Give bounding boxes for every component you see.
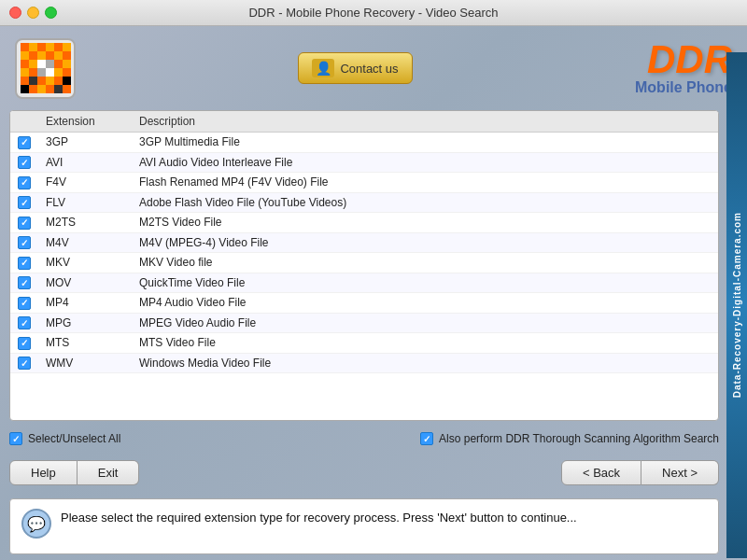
table-row: WMVWindows Media Video File	[10, 353, 718, 373]
also-perform-checkbox[interactable]	[420, 432, 433, 445]
left-buttons: Help Exit	[9, 460, 139, 485]
checker-cell	[63, 77, 71, 85]
table-row: MKVMKV Video file	[10, 253, 718, 273]
row-checkbox[interactable]	[18, 196, 31, 209]
row-checkbox[interactable]	[18, 217, 31, 230]
side-label: Data-Recovery-Digital-Camera.com	[726, 52, 747, 558]
maximize-button[interactable]	[45, 7, 57, 19]
row-checkbox[interactable]	[18, 257, 31, 270]
checker-cell	[54, 77, 63, 85]
exit-button[interactable]: Exit	[78, 460, 140, 485]
row-checkbox[interactable]	[18, 337, 31, 350]
checker-cell	[37, 51, 46, 60]
checker-cell	[63, 43, 71, 51]
app-logo	[15, 38, 76, 99]
checker-cell	[46, 60, 54, 68]
help-button[interactable]: Help	[9, 460, 78, 485]
file-table: Extension Description 3GP3GP Multimedia …	[10, 111, 718, 373]
row-checkbox[interactable]	[18, 136, 31, 149]
window-body: Data-Recovery-Digital-Camera.com 👤 Conta…	[0, 26, 747, 560]
row-description: Adobe Flash Video File (YouTube Videos)	[132, 192, 718, 213]
table-row: MTSMTS Video File	[10, 333, 718, 354]
also-perform-label[interactable]: Also perform DDR Thorough Scanning Algor…	[439, 432, 719, 445]
checker-cell	[54, 43, 63, 51]
row-checkbox-cell	[10, 133, 38, 153]
row-checkbox[interactable]	[18, 236, 31, 249]
row-checkbox[interactable]	[18, 156, 31, 169]
select-all-label[interactable]: Select/Unselect All	[28, 432, 120, 445]
row-checkbox-cell	[10, 273, 38, 293]
row-description: Windows Media Video File	[132, 353, 718, 373]
checker-cell	[54, 60, 63, 68]
checker-cell	[63, 60, 71, 68]
row-extension: 3GP	[38, 133, 132, 153]
brand-area: DDR Mobile Phone	[635, 40, 732, 96]
row-extension: MPG	[38, 313, 132, 333]
row-checkbox[interactable]	[18, 316, 31, 329]
checker-cell	[54, 51, 63, 60]
controls-row: Select/Unselect All Also perform DDR Tho…	[9, 428, 719, 449]
window-controls[interactable]	[9, 7, 57, 19]
row-checkbox[interactable]	[18, 297, 31, 310]
table-row: M2TSM2TS Video File	[10, 213, 718, 233]
table-row: FLVAdobe Flash Video File (YouTube Video…	[10, 192, 718, 213]
table-row: MP4MP4 Audio Video File	[10, 293, 718, 314]
brand-name: DDR	[635, 40, 732, 79]
row-checkbox-cell	[10, 353, 38, 373]
row-extension: MOV	[38, 273, 132, 293]
row-checkbox[interactable]	[18, 176, 31, 189]
checker-cell	[29, 43, 37, 51]
checker-cell	[46, 43, 54, 51]
checker-cell	[37, 85, 46, 93]
row-checkbox-cell	[10, 213, 38, 233]
row-extension: M4V	[38, 232, 132, 253]
checker-cell	[29, 51, 37, 60]
back-button[interactable]: < Back	[561, 460, 641, 485]
checker-cell	[63, 51, 71, 60]
contact-button[interactable]: 👤 Contact us	[298, 52, 412, 84]
file-table-container: Extension Description 3GP3GP Multimedia …	[9, 110, 719, 421]
close-button[interactable]	[9, 7, 21, 19]
minimize-button[interactable]	[27, 7, 39, 19]
row-checkbox-cell	[10, 173, 38, 193]
checker-cell	[46, 77, 54, 85]
row-extension: WMV	[38, 353, 132, 373]
row-description: AVI Audio Video Interleave File	[132, 152, 718, 173]
message-text: Please select the required extension typ…	[61, 509, 577, 527]
row-description: 3GP Multimedia File	[132, 133, 718, 153]
row-extension: AVI	[38, 152, 132, 173]
checker-cell	[37, 43, 46, 51]
side-label-text: Data-Recovery-Digital-Camera.com	[732, 212, 742, 398]
row-extension: F4V	[38, 173, 132, 193]
next-button[interactable]: Next >	[641, 460, 719, 485]
row-extension: MP4	[38, 293, 132, 314]
select-all-area: Select/Unselect All	[9, 432, 120, 445]
select-all-checkbox[interactable]	[9, 432, 22, 445]
row-checkbox[interactable]	[18, 276, 31, 289]
row-description: MTS Video File	[132, 333, 718, 354]
row-description: M2TS Video File	[132, 213, 718, 233]
row-checkbox-cell	[10, 293, 38, 314]
checker-cell	[46, 68, 54, 77]
col-header-checkbox	[10, 111, 38, 133]
checker-cell	[46, 51, 54, 60]
table-row: MOVQuickTime Video File	[10, 273, 718, 293]
checker-cell	[21, 77, 29, 85]
checker-pattern	[21, 43, 71, 93]
message-box: 💬 Please select the required extension t…	[9, 498, 719, 554]
row-extension: FLV	[38, 192, 132, 213]
brand-subtitle: Mobile Phone	[635, 79, 732, 96]
row-checkbox-cell	[10, 192, 38, 213]
table-row: AVIAVI Audio Video Interleave File	[10, 152, 718, 173]
checker-cell	[54, 68, 63, 77]
checker-cell	[21, 60, 29, 68]
row-checkbox[interactable]	[18, 357, 31, 370]
checker-cell	[63, 85, 71, 93]
checker-cell	[21, 68, 29, 77]
checker-cell	[54, 85, 63, 93]
table-row: M4VM4V (MPEG-4) Video File	[10, 232, 718, 253]
checker-cell	[21, 51, 29, 60]
row-description: Flash Renamed MP4 (F4V Video) File	[132, 173, 718, 193]
checker-cell	[63, 68, 71, 77]
checker-cell	[29, 77, 37, 85]
